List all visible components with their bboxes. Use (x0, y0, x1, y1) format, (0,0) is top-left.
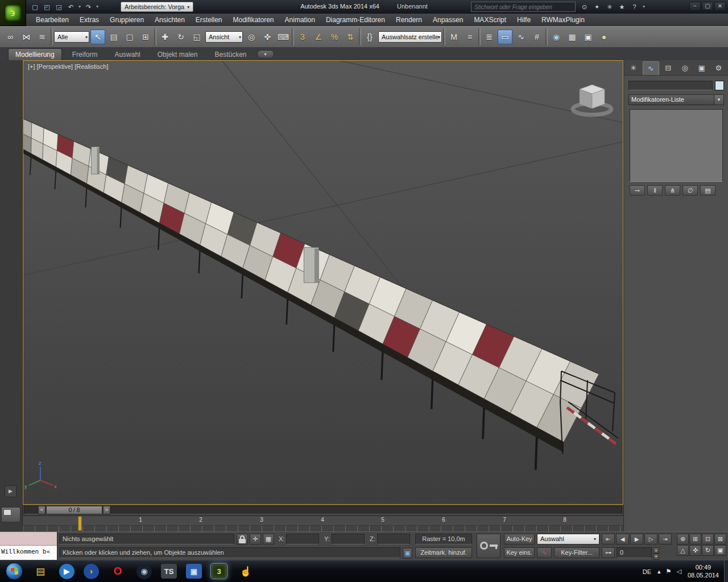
x-coordinate-field[interactable] (286, 534, 319, 544)
keying-selection-dropdown[interactable]: Auswahl ▾ (537, 534, 599, 544)
render-production-button[interactable]: ● (597, 30, 611, 44)
viewport-pov-menu[interactable]: [Perspektive] (37, 63, 73, 70)
taskbar-opera-button[interactable]: O (108, 563, 127, 580)
taskbar-hand-tool-button[interactable]: ☝ (236, 563, 255, 580)
ribbon-tab-freiform[interactable]: Freiform (65, 49, 105, 60)
frame-spinner[interactable]: ▴ ▾ (653, 547, 659, 558)
taskbar-steam-button[interactable]: ◉ (136, 564, 152, 579)
open-mini-curve-editor-button[interactable] (1, 507, 20, 522)
menu-extras[interactable]: Extras (75, 15, 104, 25)
angle-snap-button[interactable]: ∠ (311, 30, 326, 44)
time-slider[interactable]: < 0 / 8 > (23, 505, 623, 516)
taskbar-firefox-button[interactable]: ◗ (84, 564, 99, 579)
go-to-start-button[interactable]: ⇤ (602, 534, 615, 544)
undo-button[interactable]: ↶ (65, 2, 76, 12)
spinner-snap-button[interactable]: ⇅ (343, 30, 358, 44)
select-by-name-button[interactable]: ▤ (106, 30, 121, 44)
make-unique-button[interactable]: ⋔ (665, 185, 680, 196)
snap-toggle-button[interactable]: 3 (295, 30, 310, 44)
material-editor-button[interactable]: ◉ (549, 30, 564, 44)
language-indicator[interactable]: DE (643, 568, 651, 575)
named-selection-dropdown[interactable]: Auswahlsatz erstelle (378, 31, 442, 43)
modifier-list-dropdown[interactable]: Modifikatoren-Liste ▼ (628, 94, 724, 105)
key-mode-toggle[interactable]: ⊶ (602, 547, 615, 558)
show-end-result-button[interactable]: ‖ (647, 185, 663, 196)
menu-gruppieren[interactable]: Gruppieren (105, 15, 149, 25)
open-file-button[interactable]: ◰ (42, 2, 52, 12)
default-tangent-button[interactable]: ∿ (537, 547, 552, 558)
y-coordinate-field[interactable] (332, 534, 365, 544)
ribbon-tab-modellierung[interactable]: Modellierung (8, 48, 62, 60)
save-file-button[interactable]: ◲ (53, 2, 64, 12)
ribbon-options-button[interactable]: ▾ (257, 50, 274, 59)
ribbon-tab-auswahl[interactable]: Auswahl (107, 49, 147, 60)
expand-panel-arrow-icon[interactable]: ▶ (5, 485, 16, 497)
spinner-down-icon[interactable]: ▾ (653, 554, 659, 560)
application-menu-button[interactable]: ϶ (0, 0, 26, 26)
infocenter-search-button[interactable]: ⊙ (579, 2, 590, 12)
next-frame-button[interactable]: ▷ (644, 534, 657, 544)
panel-tab-motion[interactable]: ◎ (677, 61, 693, 75)
absolute-mode-toggle[interactable]: ✛ (250, 534, 261, 544)
maximize-viewport-button[interactable]: ▣ (714, 545, 726, 556)
edit-named-selections-button[interactable]: {} (362, 30, 377, 44)
select-and-scale-button[interactable]: ◱ (189, 30, 204, 44)
help-dropdown-arrow[interactable]: ▾ (642, 2, 646, 12)
schematic-view-button[interactable]: # (530, 30, 544, 44)
set-key-button[interactable]: Key eins. (504, 547, 535, 558)
panel-tab-hierarchy[interactable]: ⊟ (660, 61, 676, 75)
previous-frame-slider-button[interactable]: < (38, 506, 46, 514)
panel-tab-modify[interactable]: ∿ (643, 61, 660, 75)
panel-tab-utilities[interactable]: ⚙ (711, 61, 727, 75)
menu-erstellen[interactable]: Erstellen (191, 15, 228, 25)
go-to-end-button[interactable]: ⇥ (659, 534, 672, 544)
macro-recorder-pane[interactable] (0, 532, 57, 546)
maximize-button[interactable]: ▢ (702, 2, 713, 11)
play-button[interactable]: ▶ (630, 534, 643, 544)
panel-tab-create[interactable]: ✳ (626, 61, 642, 75)
zoom-extents-all-button[interactable]: ⊠ (714, 534, 726, 544)
redo-button[interactable]: ↷ (83, 2, 94, 12)
modifier-stack[interactable] (630, 109, 723, 182)
menu-hilfe[interactable]: Hilfe (512, 15, 536, 25)
select-and-link-button[interactable]: ∞ (3, 30, 18, 44)
key-filter-button[interactable]: Key-Filter... (554, 547, 599, 558)
menu-anpassen[interactable]: Anpassen (428, 15, 468, 25)
communication-center-button[interactable]: ✳ (604, 2, 615, 12)
undo-dropdown-arrow[interactable]: ▾ (77, 2, 82, 12)
spinner-up-icon[interactable]: ▴ (653, 547, 659, 554)
tray-expand-button[interactable]: ▴ (657, 568, 661, 575)
next-frame-slider-button[interactable]: > (103, 506, 110, 514)
menu-rendern[interactable]: Rendern (391, 15, 427, 25)
previous-frame-button[interactable]: ◀ (616, 534, 629, 544)
clock[interactable]: 00:49 08.05.2014 (688, 564, 719, 580)
ribbon-tab-objekt-malen[interactable]: Objekt malen (151, 49, 205, 60)
ribbon-tab-bestuecken[interactable]: Bestücken (208, 49, 253, 60)
time-slider-handle[interactable]: 0 / 8 (46, 506, 102, 514)
percent-snap-button[interactable]: % (327, 30, 342, 44)
zoom-all-button[interactable]: ⊞ (689, 534, 701, 544)
show-desktop-button[interactable] (724, 560, 728, 582)
selection-lock-toggle[interactable] (237, 534, 248, 544)
unlink-selection-button[interactable]: ⋈ (19, 30, 34, 44)
pan-button[interactable]: ✜ (689, 545, 701, 556)
fov-button[interactable]: △ (677, 545, 689, 556)
workspace-dropdown[interactable]: Arbeitsbereich: Vorga ▾ (121, 2, 193, 12)
start-button[interactable] (6, 563, 23, 580)
mirror-button[interactable]: M (446, 30, 461, 44)
set-key-big-button[interactable] (477, 534, 500, 558)
favorites-button[interactable]: ★ (617, 2, 627, 12)
grid-snap-icon-button[interactable]: ▦ (263, 534, 274, 544)
perspective-viewport[interactable]: zxy [+] [Perspektive] [Realistisch] (23, 60, 623, 505)
listener-output[interactable]: Willkommen b« (0, 546, 57, 560)
taskbar-explorer-button[interactable]: ▤ (31, 563, 50, 580)
infocenter-search-input[interactable] (471, 2, 576, 12)
help-button[interactable]: ? (629, 2, 640, 12)
select-and-rotate-button[interactable]: ↻ (173, 30, 188, 44)
render-setup-button[interactable]: ▦ (565, 30, 580, 44)
taskbar-3dsmax-button[interactable]: 3 (211, 564, 227, 579)
window-crossing-toggle[interactable]: ⊞ (138, 30, 153, 44)
time-tag-icon[interactable]: ▣ (403, 548, 412, 559)
current-frame-marker[interactable] (78, 516, 82, 531)
new-scene-button[interactable]: ▢ (30, 2, 40, 12)
